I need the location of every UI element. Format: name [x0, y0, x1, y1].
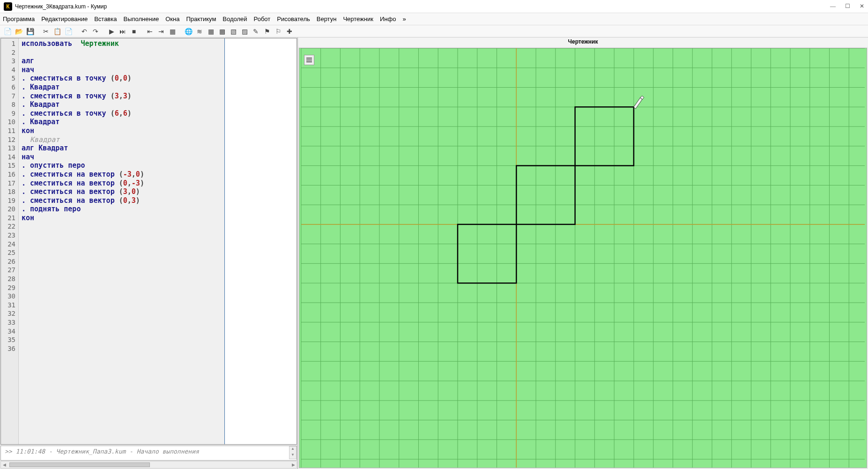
code-line[interactable]: [22, 292, 222, 301]
drawn-square: [458, 224, 516, 283]
menu-item-Чертежник[interactable]: Чертежник: [343, 15, 373, 22]
code-line[interactable]: [22, 301, 222, 310]
plus-icon[interactable]: ✚: [285, 27, 294, 36]
run-icon[interactable]: ▶: [107, 27, 116, 36]
code-line[interactable]: . сместиться на вектор (-3,0): [22, 170, 222, 179]
code-line[interactable]: [22, 327, 222, 336]
scrollbar-thumb[interactable]: [9, 462, 150, 467]
window-title: Чертежник_3Квадрата.kum - Кумир: [15, 3, 830, 10]
code-line[interactable]: [22, 48, 222, 57]
code-line[interactable]: [22, 275, 222, 283]
code-line[interactable]: . сместиться на вектор (3,0): [22, 187, 222, 196]
code-line[interactable]: . Квадрат: [22, 118, 222, 127]
code-line[interactable]: . сместиться в точку (6,6): [22, 109, 222, 118]
code-line[interactable]: [22, 231, 222, 240]
menu-item-Водолей[interactable]: Водолей: [223, 15, 247, 22]
canvas-menu-button[interactable]: [304, 55, 314, 65]
canvas-title: Чертежник: [298, 37, 868, 47]
code-line[interactable]: [22, 266, 222, 275]
code-line[interactable]: [22, 309, 222, 318]
code-line[interactable]: кон: [22, 214, 222, 223]
code-line[interactable]: . сместиться в точку (3,3): [22, 92, 222, 101]
code-line[interactable]: . поднять перо: [22, 205, 222, 214]
drawn-square: [516, 166, 575, 224]
code-line[interactable]: . Квадрат: [22, 100, 222, 109]
code-line[interactable]: алг: [22, 57, 222, 66]
pause-right-icon[interactable]: ⇥: [156, 27, 166, 36]
minimize-button[interactable]: —: [830, 3, 836, 10]
menu-item-Редактирование[interactable]: Редактирование: [41, 15, 88, 22]
undo-icon[interactable]: ↶: [80, 27, 89, 36]
console-scrollbar[interactable]: ▲▼: [289, 446, 297, 459]
close-button[interactable]: ✕: [860, 3, 864, 10]
toolbar: 📄📂💾✂📋📄↶↷▶⏭■⇤⇥▦🌐≋▦▩▧▨✎⚑⚐✚: [0, 25, 868, 37]
code-line[interactable]: . сместиться в точку (0,0): [22, 74, 222, 83]
code-line[interactable]: использовать Чертежник: [22, 39, 222, 48]
grid3-icon[interactable]: ▧: [229, 27, 238, 36]
code-line[interactable]: [22, 240, 222, 249]
code-line[interactable]: . опустить перо: [22, 161, 222, 170]
menubar: ПрограммаРедактированиеВставкаВыполнение…: [0, 13, 868, 25]
menu-item-Практикум[interactable]: Практикум: [186, 15, 216, 22]
grid2-icon[interactable]: ▩: [217, 27, 227, 36]
editor-margin-pane: [225, 38, 297, 444]
exec-icon[interactable]: ▦: [168, 27, 177, 36]
save-icon[interactable]: 💾: [25, 27, 35, 36]
menu-item-Окна[interactable]: Окна: [165, 15, 179, 22]
menu-item-Рисователь[interactable]: Рисователь: [277, 15, 310, 22]
step-icon[interactable]: ⏭: [118, 27, 127, 36]
menu-item-Выполнение[interactable]: Выполнение: [123, 15, 159, 22]
flag2-icon[interactable]: ⚐: [274, 27, 283, 36]
code-line[interactable]: алг Квадрат: [22, 144, 222, 153]
redo-icon[interactable]: ↷: [91, 27, 100, 36]
code-line[interactable]: [22, 248, 222, 257]
copy-icon[interactable]: 📋: [52, 27, 62, 36]
code-line[interactable]: [22, 257, 222, 266]
drawn-square: [575, 107, 634, 165]
waves-icon[interactable]: ≋: [195, 27, 204, 36]
grid4-icon[interactable]: ▨: [240, 27, 249, 36]
menu-item-Вставка[interactable]: Вставка: [94, 15, 117, 22]
code-line[interactable]: нач: [22, 66, 222, 74]
code-line[interactable]: [22, 283, 222, 292]
code-line[interactable]: [22, 335, 222, 344]
open-icon[interactable]: 📂: [14, 27, 23, 36]
code-line[interactable]: нач: [22, 153, 222, 162]
code-area[interactable]: использовать Чертежник алгнач. сместитьс…: [19, 38, 225, 444]
menu-item-Программа[interactable]: Программа: [3, 15, 35, 22]
code-line[interactable]: [22, 344, 222, 353]
stop-icon[interactable]: ■: [129, 27, 139, 36]
pause-left-icon[interactable]: ⇤: [145, 27, 155, 36]
editor[interactable]: 1 2 3 4 5 6 7 8 9 10 11 12 13 14 15 16 1…: [0, 38, 297, 445]
code-line[interactable]: [22, 318, 222, 327]
grid1-icon[interactable]: ▦: [206, 27, 215, 36]
check-icon[interactable]: ✎: [251, 27, 260, 36]
flag1-icon[interactable]: ⚑: [262, 27, 272, 36]
menu-item-Вертун[interactable]: Вертун: [317, 15, 337, 22]
globe-icon[interactable]: 🌐: [184, 27, 193, 36]
drawing-canvas[interactable]: [299, 48, 867, 468]
titlebar: К Чертежник_3Квадрата.kum - Кумир — ☐ ✕: [0, 0, 868, 13]
menu-item-Инфо[interactable]: Инфо: [380, 15, 396, 22]
code-line[interactable]: . сместиться на вектор (0,3): [22, 196, 222, 205]
new-icon[interactable]: 📄: [3, 27, 12, 36]
code-line[interactable]: Квадрат: [22, 135, 222, 144]
console-output[interactable]: >> 11:01:48 - Чертежник_Папа3.kum - Нача…: [0, 446, 297, 461]
menu-item-»[interactable]: »: [402, 15, 406, 22]
paste-icon[interactable]: 📄: [64, 27, 73, 36]
menu-item-Робот[interactable]: Робот: [254, 15, 271, 22]
cut-icon[interactable]: ✂: [41, 27, 51, 36]
maximize-button[interactable]: ☐: [845, 3, 850, 10]
horizontal-scrollbar[interactable]: ◀ ▶: [0, 461, 297, 469]
code-line[interactable]: кон: [22, 127, 222, 135]
line-gutter: 1 2 3 4 5 6 7 8 9 10 11 12 13 14 15 16 1…: [1, 38, 19, 444]
app-logo-icon: К: [4, 2, 12, 11]
code-line[interactable]: . Квадрат: [22, 83, 222, 92]
code-line[interactable]: . сместиться на вектор (0,-3): [22, 179, 222, 188]
code-line[interactable]: [22, 222, 222, 231]
